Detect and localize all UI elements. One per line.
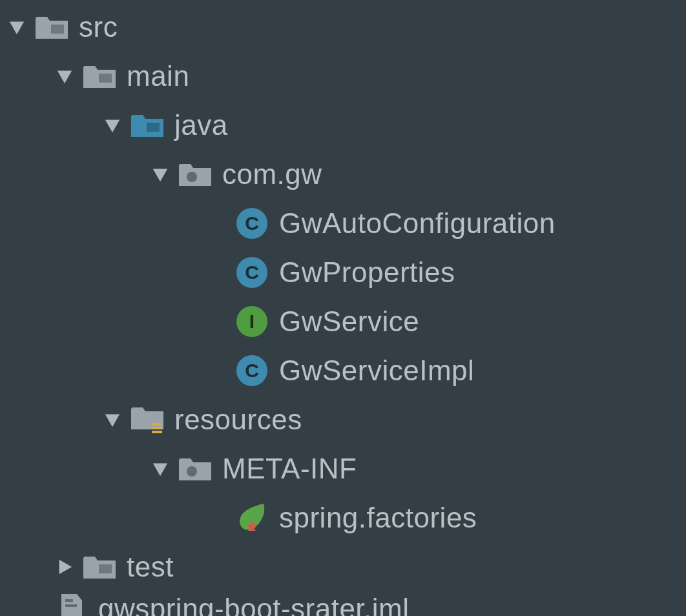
class-label: GwServiceImpl (279, 354, 474, 387)
tree-row-package[interactable]: com.gw (0, 150, 686, 199)
folder-label: main (127, 60, 189, 92)
tree-row-class[interactable]: C GwProperties (0, 248, 686, 297)
svg-point-13 (187, 466, 197, 477)
svg-rect-11 (152, 431, 162, 433)
svg-marker-12 (153, 464, 167, 477)
svg-rect-10 (152, 427, 162, 429)
tree-row-main[interactable]: main (0, 52, 686, 101)
tree-row-resources[interactable]: resources (0, 395, 686, 444)
interface-icon: I (234, 303, 270, 340)
folder-label: java (174, 109, 228, 141)
interface-label: GwService (279, 305, 419, 338)
folder-icon (81, 549, 118, 585)
tree-row-spring-factories[interactable]: spring.factories (0, 493, 686, 542)
svg-rect-16 (65, 599, 73, 602)
svg-marker-14 (59, 560, 72, 574)
folder-icon (34, 9, 70, 45)
tree-row-metainf[interactable]: META-INF (0, 444, 686, 493)
class-label: GwProperties (279, 256, 455, 289)
svg-rect-9 (152, 423, 162, 426)
class-icon: C (234, 254, 270, 291)
tree-row-class[interactable]: C GwServiceImpl (0, 346, 686, 395)
tree-row-interface[interactable]: I GwService (0, 297, 686, 346)
tree-row-iml[interactable]: gwspring-boot-srater.iml (0, 591, 686, 616)
chevron-down-icon[interactable] (101, 114, 124, 137)
source-folder-icon (129, 107, 165, 143)
tree-row-test[interactable]: test (0, 542, 686, 591)
chevron-right-icon[interactable] (53, 555, 76, 579)
tree-row-java[interactable]: java (0, 101, 686, 150)
file-label: spring.factories (279, 502, 477, 534)
iml-file-icon (53, 593, 89, 616)
spring-icon (234, 500, 270, 536)
svg-rect-17 (65, 604, 77, 607)
folder-label: test (127, 551, 174, 583)
svg-marker-2 (57, 71, 72, 84)
file-label: gwspring-boot-srater.iml (98, 593, 410, 616)
chevron-down-icon[interactable] (5, 15, 28, 39)
chevron-down-icon[interactable] (149, 163, 172, 186)
resources-folder-icon (129, 402, 165, 438)
folder-label: resources (174, 404, 302, 436)
chevron-down-icon[interactable] (149, 457, 172, 480)
chevron-down-icon[interactable] (53, 65, 76, 88)
class-label: GwAutoConfiguration (279, 207, 556, 240)
package-icon (177, 156, 213, 192)
tree-row-class[interactable]: C GwAutoConfiguration (0, 199, 686, 248)
svg-rect-3 (99, 74, 112, 83)
svg-marker-6 (153, 169, 167, 182)
svg-marker-8 (105, 415, 120, 427)
class-icon: C (234, 205, 270, 241)
folder-label: src (79, 11, 118, 43)
svg-marker-4 (105, 120, 120, 133)
tree-row-src[interactable]: src (0, 3, 686, 52)
folder-icon (81, 58, 118, 94)
svg-rect-15 (99, 564, 112, 573)
class-icon: C (234, 353, 270, 389)
svg-point-7 (187, 172, 197, 182)
svg-rect-5 (147, 123, 160, 132)
package-label: com.gw (222, 158, 322, 190)
package-icon (177, 451, 213, 487)
folder-label: META-INF (222, 453, 357, 485)
chevron-down-icon[interactable] (101, 408, 124, 431)
svg-marker-0 (10, 22, 24, 35)
svg-rect-1 (51, 25, 64, 34)
